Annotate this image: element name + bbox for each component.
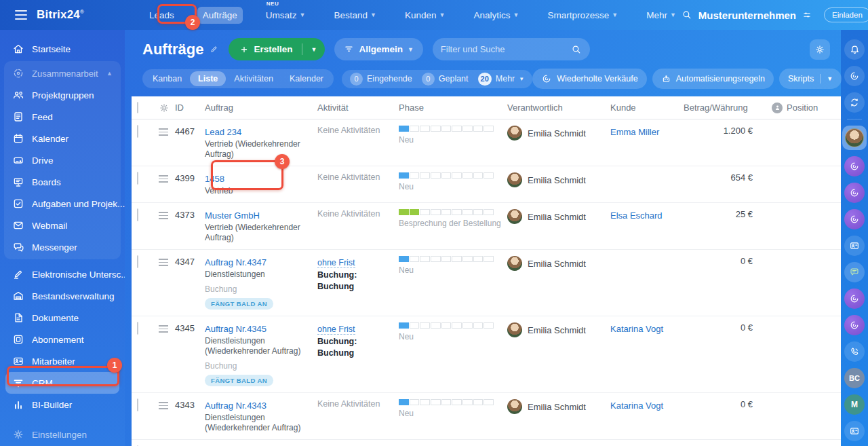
- view-tab-kalender[interactable]: Kalender: [281, 71, 332, 86]
- table-row-4347[interactable]: 4347Auftrag Nr.4347DienstleistungenBuchu…: [132, 250, 841, 316]
- rail-card-icon[interactable]: [844, 236, 865, 256]
- global-search[interactable]: Musterunternehmen: [682, 10, 812, 21]
- topnav-item-bestand[interactable]: Bestand▼: [329, 7, 382, 24]
- counter-geplant[interactable]: 0Geplant: [422, 73, 469, 86]
- counter-eingehende[interactable]: 0Eingehende: [350, 73, 412, 86]
- topnav-item-smartprozesse[interactable]: Smartprozesse▼: [542, 7, 623, 24]
- row-checkbox[interactable]: [137, 125, 138, 138]
- phase-progress-bar[interactable]: [399, 126, 494, 132]
- row-checkbox[interactable]: [137, 172, 138, 185]
- rail-chat-bc[interactable]: BC: [844, 368, 865, 388]
- view-tab-kanban[interactable]: Kanban: [144, 71, 190, 86]
- table-row-4373[interactable]: 4373Muster GmbHVertrieb (Wiederkehrender…: [132, 203, 841, 250]
- topnav-item-kunden[interactable]: Kunden▼: [399, 7, 450, 24]
- customer-link[interactable]: Katarina Vogt: [610, 324, 663, 334]
- sidebar-item-drive[interactable]: Drive: [5, 149, 119, 171]
- phase-progress-bar[interactable]: [399, 172, 494, 179]
- row-checkbox[interactable]: [137, 398, 138, 411]
- sidebar-item-bestandsverwaltung[interactable]: Bestandsverwaltung: [5, 285, 119, 307]
- rail-profile-avatar[interactable]: [842, 126, 867, 150]
- row-menu-icon[interactable]: [159, 128, 175, 136]
- sliders-icon[interactable]: [802, 10, 812, 20]
- filter-search-box[interactable]: [433, 38, 590, 60]
- sidebar-item-dokumente[interactable]: Dokumente: [5, 307, 119, 329]
- automation-rules-button[interactable]: Automatisierungsregeln: [652, 69, 774, 89]
- phase-progress-bar[interactable]: [399, 256, 494, 262]
- sidebar-item-zusammenarbeit[interactable]: Zusammenarbeit▲: [5, 62, 119, 84]
- row-menu-icon[interactable]: [159, 175, 175, 183]
- responsible-avatar[interactable]: [507, 209, 522, 224]
- select-all-checkbox[interactable]: [137, 102, 138, 113]
- company-name[interactable]: Musterunternehmen: [698, 10, 796, 21]
- sidebar-item-aufgaben-und-projek-[interactable]: Aufgaben und Projek...: [5, 193, 119, 215]
- create-button[interactable]: Erstellen ▼: [229, 38, 325, 60]
- scripts-button[interactable]: Skripts ▼: [779, 69, 842, 89]
- table-row-4343[interactable]: 4343Auftrag Nr.4343Dienstleistungen (Wie…: [132, 393, 841, 440]
- scripts-chevron-icon[interactable]: ▼: [827, 75, 833, 82]
- phase-progress-bar[interactable]: [399, 209, 494, 215]
- table-row-4467[interactable]: 4467Lead 234Vertrieb (Wiederkehrender Au…: [132, 119, 841, 166]
- column-phase[interactable]: Phase: [399, 103, 507, 113]
- sidebar-item-mitarbeiter[interactable]: Mitarbeiter: [5, 350, 119, 372]
- column-id[interactable]: ID: [175, 103, 205, 113]
- filter-search-input[interactable]: [441, 44, 571, 54]
- rail-card-icon[interactable]: [844, 421, 865, 441]
- filter-preset-button[interactable]: Allgemein ▼: [334, 38, 422, 60]
- row-checkbox[interactable]: [137, 255, 138, 268]
- rail-chat-m[interactable]: M: [844, 394, 865, 415]
- phase-progress-bar[interactable]: [399, 399, 494, 405]
- order-link[interactable]: Lead 234: [205, 127, 241, 137]
- topnav-item-analytics[interactable]: Analytics▼: [468, 7, 524, 24]
- view-tab-aktivitäten[interactable]: Aktivitäten: [226, 71, 281, 86]
- order-link[interactable]: Auftrag Nr.4343: [205, 401, 267, 411]
- responsible-avatar[interactable]: [507, 322, 522, 337]
- responsible-avatar[interactable]: [507, 172, 522, 187]
- rail-copilot-icon[interactable]: [844, 66, 865, 86]
- sidebar-item-messenger[interactable]: Messenger: [5, 236, 119, 258]
- phase-progress-bar[interactable]: [399, 322, 494, 329]
- sidebar-item-crm[interactable]: CRM: [5, 372, 119, 394]
- topnav-item-leads[interactable]: Leads: [144, 7, 180, 24]
- customer-link[interactable]: Emma Miller: [610, 127, 659, 137]
- rail-copilot-icon[interactable]: [844, 289, 865, 309]
- order-link[interactable]: Auftrag Nr.4345: [205, 324, 267, 334]
- topnav-item-umsatz[interactable]: NEUUmsatz▼: [260, 7, 311, 24]
- rail-copilot-icon[interactable]: [844, 183, 865, 203]
- app-logo[interactable]: Bitrix24®: [37, 8, 84, 22]
- sidebar-item-feed[interactable]: Feed: [5, 106, 119, 128]
- column-betrag[interactable]: Betrag/Währung: [684, 103, 772, 113]
- activity-link[interactable]: ohne Frist: [317, 258, 355, 268]
- customer-link[interactable]: Katarina Vogt: [610, 401, 663, 411]
- topnav-item-auftr-ge[interactable]: Aufträge: [197, 7, 243, 24]
- sidebar-item-boards[interactable]: Boards: [5, 171, 119, 193]
- search-icon[interactable]: [571, 44, 582, 55]
- rail-chat-icon[interactable]: [844, 262, 865, 282]
- sidebar-item-einstellungen[interactable]: Einstellungen: [5, 424, 119, 445]
- sidebar-item-webmail[interactable]: Webmail: [5, 215, 119, 236]
- sidebar-item-bi-builder[interactable]: BI-Builder: [5, 394, 119, 415]
- rail-bell-icon[interactable]: [844, 39, 865, 60]
- row-checkbox[interactable]: [137, 322, 138, 335]
- pill-einladen[interactable]: Einladen: [824, 7, 868, 22]
- table-row-4341[interactable]: 4341Auftrag Nr.4341Dienstleistungen (Wie…: [132, 440, 841, 446]
- row-checkbox[interactable]: [137, 208, 138, 221]
- counter-mehr[interactable]: 20Mehr▼: [478, 73, 525, 86]
- responsible-avatar[interactable]: [507, 399, 522, 414]
- column-aktivitaet[interactable]: Aktivität: [317, 103, 399, 113]
- customer-link[interactable]: Elsa Eschard: [610, 210, 663, 221]
- responsible-avatar[interactable]: [507, 126, 522, 141]
- rail-copilot-icon[interactable]: [844, 315, 865, 335]
- rail-phone-icon[interactable]: [844, 341, 865, 362]
- table-row-4399[interactable]: 43991458VertriebKeine AktivitätenNeuEmil…: [132, 166, 841, 203]
- row-menu-icon[interactable]: [159, 402, 175, 409]
- column-auftrag[interactable]: Auftrag: [205, 103, 317, 113]
- order-link[interactable]: Auftrag Nr.4347: [205, 257, 267, 267]
- view-tab-liste[interactable]: Liste: [190, 71, 226, 86]
- rail-sync-icon[interactable]: [844, 92, 865, 113]
- rail-copilot-icon[interactable]: [844, 156, 865, 176]
- row-menu-icon[interactable]: [159, 212, 175, 219]
- row-menu-icon[interactable]: [159, 259, 175, 266]
- sidebar-item-projektgruppen[interactable]: Projektgruppen: [5, 84, 119, 106]
- rail-copilot-icon[interactable]: [844, 209, 865, 229]
- create-dropdown-chevron-icon[interactable]: ▼: [302, 46, 325, 53]
